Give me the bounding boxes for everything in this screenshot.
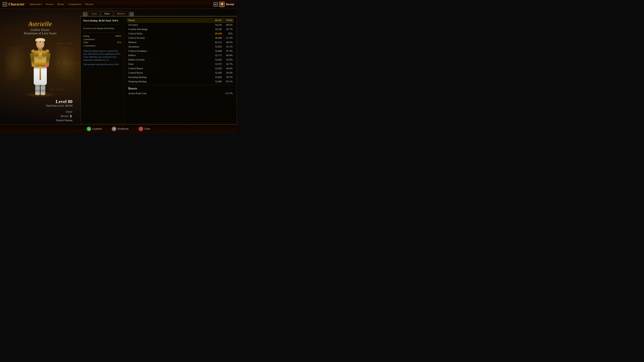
stat-name: Control Resist [128,71,210,74]
stat-percent: 47.3% [224,50,232,52]
nav-powers[interactable]: Powers [46,3,54,6]
stat-row-control-bonus[interactable]: Control Bonus32,49244.4% [127,66,234,70]
stat-name: Awareness [128,45,210,48]
stat-value: 33,767 [210,63,222,65]
tooltip-contributions: Contributions: [83,44,122,47]
boost-value: +12.7% [224,92,232,95]
devout-label: Devout [226,3,234,6]
pan-rotate-label: Pan/Rotate [118,127,129,130]
l1-badge[interactable]: L1 [3,2,7,6]
stick-icon: ⊕ [112,127,116,131]
stat-name: Critical Severity [128,36,210,39]
stat-value: 32,717 [210,54,222,57]
stat-percent: 85.1% [224,80,232,83]
stat-name: Combat Advantage [128,28,210,31]
stat-percent: 61.3% [224,36,232,39]
boost-name: Action Point Gain [128,92,224,95]
stat-row-incoming-healing[interactable]: Incoming Healing33,69236.1% [127,75,234,79]
stat-value: 34,336 [210,28,222,31]
r2-badge[interactable]: R2 [130,12,134,16]
character-guild: Dominion of Lost Souls [24,32,57,35]
tab-stats[interactable]: Stats [101,11,113,16]
pan-rotate-button[interactable]: ⊕ Pan/Rotate [112,127,129,131]
stat-value: 32,492 [210,67,222,70]
wing-left [5,44,25,81]
boost-row: Action Point Gain+12.7% [127,91,234,95]
tooltip-contribution-label: Contribution: [83,38,122,41]
nav-mounts[interactable]: Mounts [85,3,94,6]
tooltip-rating-row: Rating 49.8% [83,35,122,37]
rating-label: Rating [83,35,89,37]
stat-name: Deflect Severity [128,58,210,61]
stat-row-awareness[interactable]: Awareness32,49241.1% [127,44,234,49]
character-race: Female Human [8,118,72,122]
tooltip-divider-1 [83,24,122,25]
stat-value: 32,492 [210,45,222,48]
stat-value: 34,848 [210,50,222,52]
stat-percent: 35.9% [224,58,232,61]
path-gem-icon: 🍃 [69,115,72,117]
r1-badge[interactable]: R1 [214,2,218,6]
stat-name: Critical Avoidance [128,50,210,52]
nav-right: R1 💎 Devout [214,2,234,7]
stat-percent: 36.1% [224,76,232,79]
stat-value: 32,492 [210,80,222,83]
tooltip-header: Power Rating: 48,362 Total: 70.8% [83,19,122,22]
stat-row-forte[interactable]: Forte33,76745.7% [127,62,234,66]
stat-row-critical-strike[interactable]: Critical Strike49,10656% [127,31,234,36]
other-value: 21% [117,41,122,44]
stat-value: 32,492 [210,71,222,74]
top-navigation: L1 Character Appearance Powers Boons Com… [0,0,237,9]
stat-row-combat-advantage[interactable]: Combat Advantage34,33636.7% [127,27,234,31]
stat-percent: 36.7% [224,28,232,31]
stat-row-defense[interactable]: Defense42,31549.5% [127,40,234,44]
close-button[interactable]: ○ Close [139,127,150,131]
stat-row-deflect-severity[interactable]: Deflect Severity32,49235.9% [127,58,234,62]
l2-badge[interactable]: L2 [83,12,87,16]
stats-divider [127,85,234,85]
stat-value: 34,192 [210,23,222,26]
rating-value: 49.8% [116,35,122,37]
stat-percent: 46.6% [224,23,232,26]
stat-percent: 49.5% [224,41,232,44]
devout-gem-icon: 💎 [220,3,224,6]
tab-gear[interactable]: Gear [88,11,100,16]
stat-percent: 50.4% [224,71,232,74]
stat-row-control-resist[interactable]: Control Resist32,49250.4% [127,71,234,75]
boosts-container: Action Point Gain+12.7% [127,91,234,95]
loadouts-button[interactable]: ▲ Loadouts [87,127,102,131]
loadouts-label: Loadouts [92,127,102,130]
wing-right [55,44,76,81]
item-level-label: Total Item Level: [46,104,64,107]
stat-row-critical-severity[interactable]: Critical Severity36,49961.3% [127,36,234,40]
character-title: Goblin Slayer [31,28,50,32]
nav-items: Appearance Powers Boons Companions Mount… [29,3,214,6]
nav-appearance[interactable]: Appearance [29,3,42,6]
level-section: Level 80 Total Item Level: 48,594 [8,99,72,107]
stat-name: Power [128,19,210,22]
stat-value: 42,315 [210,41,222,44]
stat-value: 32,492 [210,58,222,61]
boosts-header: Boosts [128,87,234,90]
class-info: Cleric Devout 🍃 Female Human [8,110,72,122]
stat-name: Forte [128,63,210,65]
stat-name: Outgoing Healing [128,80,210,83]
stat-row-deflect[interactable]: Deflect32,71746.9% [127,53,234,57]
tab-history[interactable]: History [114,11,129,16]
character-level: Level 80 [8,99,72,104]
stat-row-power[interactable]: Power48,36270.8% [127,18,234,23]
stat-row-outgoing-healing[interactable]: Outgoing Healing32,49285.1% [127,79,234,84]
stat-name: Incoming Healing [128,76,210,79]
stat-percent: 56% [224,32,232,35]
stat-row-critical-avoidance[interactable]: Critical Avoidance34,84847.3% [127,49,234,53]
nav-character-title: Character [8,2,25,6]
stat-name: Control Bonus [128,67,210,70]
stat-name: Deflect [128,54,210,57]
nav-boons[interactable]: Boons [58,3,64,6]
stats-panel: Power48,36270.8%Accuracy34,19246.6%Comba… [124,16,237,124]
nav-companions[interactable]: Companions [68,3,82,6]
stat-name: Critical Strike [128,32,210,35]
stat-row-accuracy[interactable]: Accuracy34,19246.6% [127,23,234,27]
devout-icon: 💎 [219,2,224,7]
stat-value: 49,106 [210,32,222,35]
